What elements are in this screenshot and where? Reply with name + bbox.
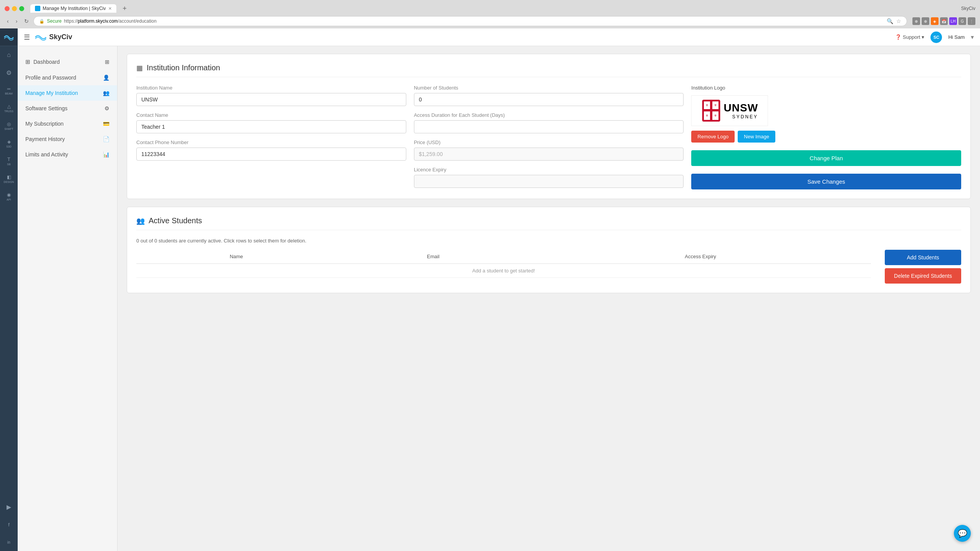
students-table: Name Email Access Expiry Add a student t… <box>136 250 871 278</box>
ext-icon-7[interactable]: ⋮ <box>968 17 975 25</box>
bookmark-icon[interactable]: ☆ <box>896 18 901 24</box>
col-expiry: Access Expiry <box>530 250 871 264</box>
table-row-empty[interactable]: Add a student to get started! <box>136 264 871 278</box>
active-students-title: Active Students <box>149 216 202 225</box>
sb-icon: T <box>7 156 10 162</box>
tab-close-btn[interactable]: ✕ <box>108 6 112 11</box>
add-students-button[interactable]: Add Students <box>885 250 961 265</box>
ext-icon-1[interactable]: ⊕ <box>912 17 920 25</box>
ext-icon-6[interactable]: G <box>958 17 966 25</box>
delete-expired-button[interactable]: Delete Expired Students <box>885 268 961 284</box>
home-icon: ⌂ <box>7 51 11 58</box>
active-students-header: 👥 Active Students <box>136 216 961 230</box>
software-label: Software Settings <box>25 105 68 111</box>
sidebar-icon-truss[interactable]: △ TRUSS <box>0 99 18 117</box>
sidebar-icon-design[interactable]: ◧ DESIGN <box>0 170 18 188</box>
logo-text: SkyCiv <box>49 33 72 41</box>
logo-preview: ⚜ ⚜ ⚜ ⚜ UNSW SYDNEY <box>691 95 768 126</box>
ext-icon-3[interactable]: ◈ <box>931 17 939 25</box>
user-avatar[interactable]: SC <box>930 32 942 43</box>
chevron-down-icon: ▾ <box>922 34 924 40</box>
maximize-dot[interactable] <box>19 6 24 11</box>
contact-name-input[interactable] <box>136 120 406 133</box>
sidebar-item-subscription[interactable]: My Subscription 💳 <box>18 116 117 131</box>
beam-label: BEAM <box>5 92 13 95</box>
sidebar-item-institution[interactable]: Manage My Institution 👥 <box>18 85 117 101</box>
back-button[interactable]: ‹ <box>5 17 11 25</box>
institution-info-header: ▦ Institution Information <box>136 63 961 77</box>
ext-icon-5[interactable]: LH <box>949 17 957 25</box>
sidebar-item-dashboard[interactable]: ⊞ Dashboard ⊞ <box>18 54 117 70</box>
icon-sidebar: ⌂ ⚙ ═ BEAM △ TRUSS ◎ SHAFT ◈ S3D T SB ◧ … <box>0 28 18 551</box>
beam-icon: ═ <box>7 86 11 91</box>
sidebar-icon-home[interactable]: ⌂ <box>0 46 18 64</box>
licence-expiry-group: Licence Expiry <box>414 167 684 188</box>
institution-label: Manage My Institution <box>25 90 78 96</box>
sidebar-icon-shaft[interactable]: ◎ SHAFT <box>0 117 18 134</box>
sidebar-item-payment[interactable]: Payment History 📄 <box>18 131 117 147</box>
sidebar-icon-linkedin[interactable]: in <box>0 533 18 551</box>
chat-bubble[interactable]: 💬 <box>954 525 971 542</box>
address-bar[interactable]: 🔒 Secure https://platform.skyciv.com/acc… <box>33 16 907 26</box>
sidebar-icon-s3d[interactable]: ◈ S3D <box>0 134 18 152</box>
contact-name-group: Contact Name <box>136 112 406 133</box>
minimize-dot[interactable] <box>12 6 17 11</box>
support-link[interactable]: ❓ Support ▾ <box>895 34 925 40</box>
empty-row-text: Add a student to get started! <box>136 264 871 278</box>
user-greeting: Hi Sam <box>948 34 965 40</box>
browser-tab[interactable]: Manage My Institution | SkyCiv ✕ <box>30 4 116 13</box>
institution-info-card: ▦ Institution Information Institution Na… <box>127 54 971 199</box>
limits-label: Limits and Activity <box>25 151 68 158</box>
save-changes-button[interactable]: Save Changes <box>691 174 961 189</box>
user-chevron-icon[interactable]: ▾ <box>971 33 974 41</box>
sidebar-icon-beam[interactable]: ═ BEAM <box>0 81 18 99</box>
close-dot[interactable] <box>5 6 10 11</box>
licence-expiry-label: Licence Expiry <box>414 167 684 173</box>
reload-button[interactable]: ↻ <box>22 17 31 25</box>
design-label: DESIGN <box>4 181 14 183</box>
gear-icon: ⚙ <box>6 69 12 76</box>
sidebar-icon-settings[interactable]: ⚙ <box>0 64 18 81</box>
students-header-icon: 👥 <box>136 217 145 225</box>
limits-icon: 📊 <box>103 151 109 158</box>
linkedin-icon: in <box>7 540 10 544</box>
institution-name-input[interactable] <box>136 93 406 106</box>
secure-icon: 🔒 <box>39 19 45 24</box>
question-icon: ❓ <box>895 34 901 40</box>
sidebar-item-software[interactable]: Software Settings ⚙ <box>18 101 117 116</box>
sidebar-icon-facebook[interactable]: f <box>0 516 18 533</box>
contact-phone-input[interactable] <box>136 148 406 161</box>
price-label: Price (USD) <box>414 139 684 145</box>
institution-header-icon: ▦ <box>136 64 143 72</box>
forward-button[interactable]: › <box>13 17 20 25</box>
truss-label: TRUSS <box>4 110 13 113</box>
hamburger-button[interactable]: ☰ <box>24 33 30 41</box>
address-url: https://platform.skyciv.com/account/educ… <box>64 18 156 24</box>
shaft-label: SHAFT <box>5 128 13 130</box>
price-input <box>414 148 684 161</box>
svg-text:⚜: ⚜ <box>714 114 717 118</box>
sidebar-icon-youtube[interactable]: ▶ <box>0 498 18 516</box>
dashboard-icon: ⊞ <box>25 58 30 65</box>
sidebar-item-limits[interactable]: Limits and Activity 📊 <box>18 147 117 162</box>
ext-icon-4[interactable]: 📅 <box>940 17 948 25</box>
change-plan-button[interactable]: Change Plan <box>691 150 961 166</box>
sidebar-item-profile[interactable]: Profile and Password 👤 <box>18 70 117 85</box>
new-image-button[interactable]: New Image <box>738 131 775 143</box>
new-tab-button[interactable]: + <box>119 3 130 14</box>
sidebar-icon-sb[interactable]: T SB <box>0 152 18 170</box>
access-duration-label: Access Duration for Each Student (Days) <box>414 112 684 118</box>
num-students-input[interactable] <box>414 93 684 106</box>
institution-name-group: Institution Name <box>136 85 406 106</box>
ext-icon-2[interactable]: ⊕ <box>922 17 929 25</box>
content-area: ⊞ Dashboard ⊞ Profile and Password 👤 Man… <box>18 46 980 551</box>
sb-label: SB <box>7 163 10 166</box>
nav-sidebar: ⊞ Dashboard ⊞ Profile and Password 👤 Man… <box>18 46 118 551</box>
price-group: Price (USD) <box>414 139 684 161</box>
search-icon[interactable]: 🔍 <box>887 18 893 24</box>
access-duration-input[interactable] <box>414 120 684 133</box>
sidebar-icon-api[interactable]: ◉ API <box>0 188 18 205</box>
remove-logo-button[interactable]: Remove Logo <box>691 131 735 143</box>
contact-phone-label: Contact Phone Number <box>136 139 406 145</box>
subscription-icon: 💳 <box>103 121 109 127</box>
